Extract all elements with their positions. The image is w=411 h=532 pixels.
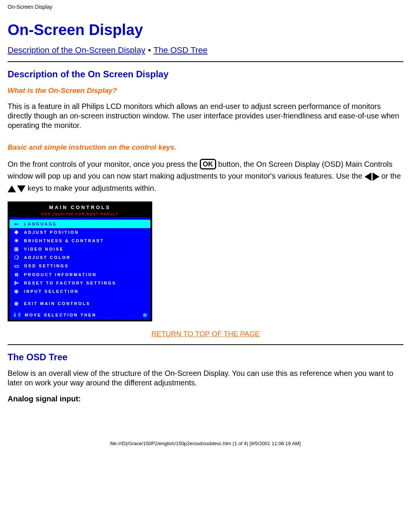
nav-link-description[interactable]: Description of the On-Screen Display — [8, 45, 145, 55]
instr-text-c: or the — [381, 172, 401, 180]
osd-item-label: PRODUCT INFORMATION — [24, 272, 97, 277]
page-footer-path: file:///D|/Grace/150P2/english/150p2e/os… — [0, 438, 411, 450]
color-icon: ❍ — [13, 254, 20, 260]
page-header-label: On-Screen Display — [0, 0, 411, 10]
osd-title: MAIN CONTROLS — [10, 203, 150, 211]
paragraph-osd-tree-intro: Below is an overall view of the structur… — [8, 369, 403, 388]
paragraph-osd-description: This is a feature in all Philips LCD mon… — [8, 102, 403, 130]
instr-text-a: On the front controls of your monitor, o… — [8, 160, 200, 168]
divider — [8, 61, 403, 62]
osd-item-adjust-color: ❍ ADJUST COLOR — [10, 253, 150, 262]
osd-item-exit: ⊗ EXIT MAIN CONTROLS — [10, 299, 150, 308]
osd-item-osd-settings: ▭ OSD SETTINGS — [10, 262, 150, 270]
paragraph-instructions: On the front controls of your monitor, o… — [8, 158, 403, 195]
exit-icon: ⊗ — [13, 300, 20, 307]
subheading-analog-input: Analog signal input: — [8, 395, 403, 403]
osd-item-input-selection: ⊕ INPUT SELECTION — [10, 287, 150, 296]
page-title: On-Screen Display — [8, 21, 403, 38]
video-noise-icon: ⊞ — [13, 246, 20, 252]
osd-item-label: EXIT MAIN CONTROLS — [24, 301, 90, 306]
divider — [8, 344, 403, 345]
osd-item-adjust-position: ✥ ADJUST POSITION — [10, 228, 150, 236]
ok-icon: ⊛ — [143, 312, 147, 318]
move-selection-icon: ⇓⇑ — [13, 312, 22, 318]
osd-item-label: OSD SETTINGS — [24, 264, 69, 268]
info-icon: ⧈ — [13, 271, 20, 278]
nav-link-osd-tree[interactable]: The OSD Tree — [153, 45, 207, 55]
settings-icon: ▭ — [13, 263, 20, 269]
section-heading-osd-tree: The OSD Tree — [8, 352, 403, 363]
osd-item-label: VIDEO NOISE — [24, 247, 64, 251]
osd-item-video-noise: ⊞ VIDEO NOISE — [10, 245, 150, 253]
return-to-top-link[interactable]: RETURN TO TOP OF THE PAGE — [151, 330, 260, 338]
osd-footer-label: MOVE SELECTION THEN — [25, 313, 143, 317]
section-heading-description: Description of the On Screen Display — [8, 69, 403, 80]
osd-item-label: ADJUST POSITION — [24, 230, 79, 235]
reset-icon: ⊫ — [13, 280, 20, 286]
osd-item-label: BRIGHTNESS & CONTRAST — [24, 238, 104, 243]
left-right-arrows-icon — [365, 170, 379, 182]
osd-item-brightness: ☀ BRIGHTNESS & CONTRAST — [10, 236, 150, 245]
osd-gap — [10, 296, 150, 299]
instr-text-d: keys to make your adjustments within. — [28, 184, 156, 192]
osd-item-label: INPUT SELECTION — [24, 289, 79, 294]
osd-screenshot: MAIN CONTROLS USE 1024×768 FOR BEST RESU… — [8, 201, 152, 321]
language-icon: ➸ — [13, 221, 20, 227]
osd-item-label: RESET TO FACTORY SETTINGS — [24, 281, 116, 285]
up-down-arrows-icon — [8, 182, 25, 194]
osd-item-language: ➸ LANGUAGE — [10, 220, 150, 228]
question-what-is-osd: What is the On-Screen Display? — [8, 86, 403, 95]
osd-item-label: LANGUAGE — [24, 222, 57, 226]
osd-footer: ⇓⇑ MOVE SELECTION THEN ⊛ — [10, 310, 150, 320]
osd-item-label: ADJUST COLOR — [24, 255, 71, 260]
anchor-nav: Description of the On-Screen Display • T… — [8, 45, 403, 55]
question-control-keys: Basic and simple instruction on the cont… — [8, 143, 403, 152]
ok-button-icon: OK — [200, 159, 216, 169]
page-content: On-Screen Display Description of the On-… — [0, 10, 411, 438]
brightness-icon: ☀ — [13, 238, 20, 244]
nav-separator: • — [148, 45, 151, 55]
input-icon: ⊕ — [13, 288, 20, 294]
position-icon: ✥ — [13, 229, 20, 235]
osd-item-factory-reset: ⊫ RESET TO FACTORY SETTINGS — [10, 279, 150, 287]
osd-menu-body: ➸ LANGUAGE ✥ ADJUST POSITION ☀ BRIGHTNES… — [10, 217, 150, 310]
osd-item-product-info: ⧈ PRODUCT INFORMATION — [10, 270, 150, 279]
osd-resolution-tip: USE 1024×768 FOR BEST RESULT — [10, 211, 150, 217]
return-to-top: RETURN TO TOP OF THE PAGE — [8, 330, 403, 338]
